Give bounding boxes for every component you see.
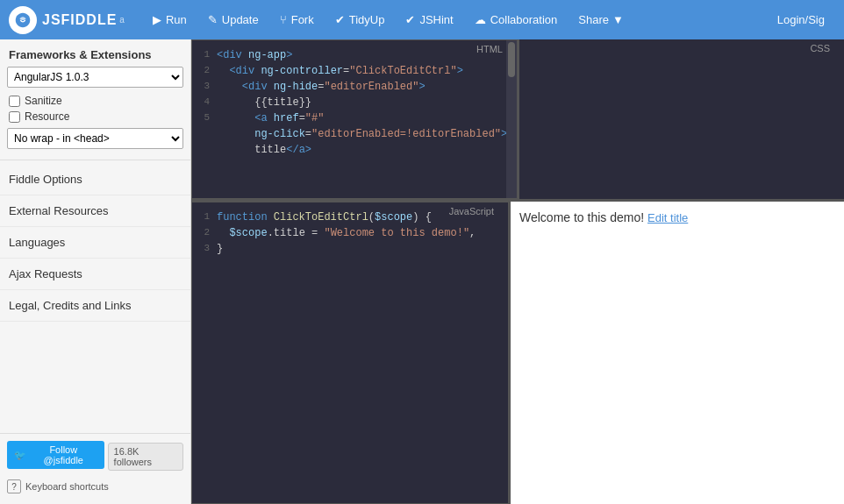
sidebar-bottom: 🐦 Follow @jsfiddle 16.8K followers ? Key… [0, 433, 190, 504]
html-editor-pane[interactable]: HTML 1 <div ng-app> 2 <div ng-controller… [191, 39, 518, 199]
brand-name: JSFIDDLE [42, 12, 117, 28]
main-layout: Frameworks & Extensions AngularJS 1.0.3 … [0, 39, 844, 504]
js-editor-pane[interactable]: JavaScript 1 function ClickToEditCtrl($s… [191, 202, 509, 504]
resource-row: Resource [0, 109, 190, 124]
share-button[interactable]: Share ▼ [568, 0, 634, 39]
keyboard-shortcuts-item[interactable]: ? Keyboard shortcuts [7, 476, 183, 497]
code-line: 1 <div ng-app> [192, 47, 517, 63]
sidebar-item-legal[interactable]: Legal, Credits and Links [0, 290, 190, 322]
code-line: ng-click="editorEnabled=!editorEnabled">… [192, 126, 517, 142]
sanitize-row: Sanitize [0, 93, 190, 109]
top-split: HTML 1 <div ng-app> 2 <div ng-controller… [191, 39, 844, 202]
jshint-icon: ✔ [405, 13, 415, 26]
sidebar-divider-1 [0, 160, 190, 160]
code-line: title</a> [192, 142, 517, 158]
wrap-select[interactable]: No wrap - in <head> No wrap - in <body> … [7, 128, 183, 149]
fork-button[interactable]: ⑂ Fork [269, 0, 325, 39]
editor-result-container: HTML 1 <div ng-app> 2 <div ng-controller… [191, 39, 844, 504]
sidebar-item-ajax-requests[interactable]: Ajax Requests [0, 259, 190, 290]
tidyup-button[interactable]: ✔ TidyUp [325, 0, 396, 39]
code-line: 2 <div ng-controller="ClickToEditCtrl"> [192, 63, 517, 79]
code-line: 3 <div ng-hide="editorEnabled"> [192, 79, 517, 95]
result-text: Welcome to this demo! [519, 210, 647, 224]
sidebar-item-fiddle-options[interactable]: Fiddle Options [0, 164, 190, 195]
login-button[interactable]: Login/Sig [767, 13, 835, 26]
run-button[interactable]: ▶ Run [142, 0, 197, 39]
html-code: 1 <div ng-app> 2 <div ng-controller="Cli… [192, 40, 517, 161]
run-icon: ▶ [153, 13, 161, 26]
code-line: 2 $scope.title = "Welcome to this demo!"… [192, 225, 508, 241]
css-label: CSS [810, 43, 830, 53]
css-editor-pane[interactable]: CSS [518, 39, 844, 199]
twitter-icon: 🐦 [14, 450, 26, 461]
scrollbar-thumb [508, 42, 515, 77]
share-dropdown-icon: ▼ [612, 13, 624, 26]
tidyup-icon: ✔ [335, 13, 345, 26]
keyboard-icon: ? [7, 479, 21, 493]
code-line: 4 {{title}} [192, 95, 517, 110]
code-line: 3 } [192, 241, 508, 257]
framework-select[interactable]: AngularJS 1.0.3 jQuery 1.9.1 None [7, 67, 183, 88]
twitter-follow-button[interactable]: 🐦 Follow @jsfiddle [7, 441, 104, 469]
brand-suffix: a [119, 15, 125, 25]
bottom-split: JavaScript 1 function ClickToEditCtrl($s… [191, 202, 844, 504]
resource-checkbox[interactable] [9, 111, 20, 123]
result-edit-link[interactable]: Edit title [647, 211, 688, 224]
sidebar-item-languages[interactable]: Languages [0, 227, 190, 259]
sanitize-label: Sanitize [25, 95, 62, 107]
update-button[interactable]: ✎ Update [197, 0, 269, 39]
collaboration-icon: ☁ [475, 13, 486, 26]
resource-label: Resource [25, 110, 69, 123]
fork-icon: ⑂ [280, 13, 287, 26]
followers-badge: 16.8K followers [108, 443, 183, 471]
logo-area: JSFIDDLE a [9, 6, 125, 34]
navbar: JSFIDDLE a ▶ Run ✎ Update ⑂ Fork ✔ TidyU… [0, 0, 844, 39]
collaboration-button[interactable]: ☁ Collaboration [464, 0, 569, 39]
html-scrollbar[interactable] [506, 40, 517, 198]
js-label: JavaScript [449, 206, 494, 217]
result-pane: Welcome to this demo! Edit title [509, 202, 844, 504]
logo-icon [9, 6, 37, 34]
sidebar: Frameworks & Extensions AngularJS 1.0.3 … [0, 39, 191, 504]
frameworks-header: Frameworks & Extensions [0, 39, 190, 67]
html-label: HTML [476, 44, 503, 54]
jshint-button[interactable]: ✔ JSHint [395, 0, 463, 39]
update-icon: ✎ [208, 13, 218, 26]
sanitize-checkbox[interactable] [9, 96, 20, 107]
code-line: 5 <a href="#" [192, 110, 517, 126]
sidebar-item-external-resources[interactable]: External Resources [0, 195, 190, 227]
